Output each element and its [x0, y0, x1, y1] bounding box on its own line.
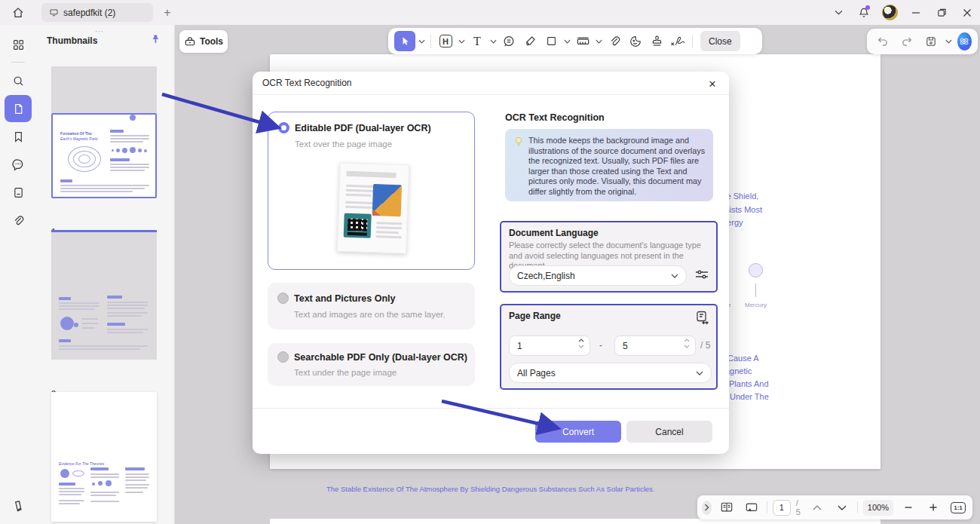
shape-tool-chevron[interactable]	[562, 39, 571, 44]
restore-button[interactable]	[929, 0, 954, 25]
measure-tool-button[interactable]	[573, 31, 593, 51]
page-to-field	[614, 336, 696, 356]
rail-item-search[interactable]	[5, 67, 32, 94]
sliders-icon	[694, 267, 710, 282]
page-mode-select[interactable]: All Pages	[509, 363, 712, 383]
current-page-input[interactable]	[773, 500, 791, 516]
convert-button[interactable]: Convert	[535, 421, 621, 443]
page-from-input[interactable]	[517, 336, 570, 355]
heading-tool-button[interactable]: H	[436, 31, 455, 51]
rail-item-attachments[interactable]	[5, 207, 32, 234]
home-button[interactable]	[8, 3, 29, 23]
toolbar-divider	[692, 35, 693, 48]
close-window-button[interactable]	[954, 0, 980, 25]
dialog-title: OCR Text Recognition	[262, 78, 352, 88]
expand-statusbar-button[interactable]	[702, 501, 712, 515]
previous-page-button[interactable]	[807, 498, 827, 518]
pin-panel-button[interactable]	[150, 34, 161, 44]
attach-tool-button[interactable]	[605, 31, 624, 51]
titlebar-chevron-down-button[interactable]	[825, 0, 851, 25]
pin-icon	[150, 34, 161, 44]
close-icon	[963, 8, 972, 17]
zoom-out-button[interactable]	[899, 498, 918, 518]
thumbnail-placeholder[interactable]	[51, 66, 157, 113]
text-tool-chevron[interactable]	[488, 39, 498, 44]
radio-unselected[interactable]	[277, 293, 289, 304]
thumbnail-page-2[interactable]	[51, 230, 157, 360]
dialog-close-button[interactable]: ✕	[705, 76, 720, 91]
tools-label: Tools	[200, 36, 223, 47]
cancel-button[interactable]: Cancel	[626, 421, 712, 443]
thumbnail-page-3[interactable]: Evidence For The Theories	[51, 392, 157, 522]
notifications-button[interactable]	[851, 0, 877, 25]
minimize-button[interactable]	[903, 0, 929, 25]
select-tool-chevron[interactable]	[417, 39, 426, 44]
actual-size-button[interactable]: 1:1	[948, 498, 968, 518]
convert-label: Convert	[562, 427, 594, 437]
option-searchable-pdf[interactable]: Searchable PDF Only (Dual-layer OCR) Tex…	[268, 343, 475, 386]
stamp-icon	[651, 35, 663, 47]
screen-icon	[745, 501, 758, 513]
thumbnails-panel: ⋯ Thumbnails Formation Of The Earth's Ma…	[36, 25, 175, 524]
document-language-section: Document Language Please correctly selec…	[500, 221, 718, 293]
page-to-stepper[interactable]	[684, 339, 690, 348]
next-page-button[interactable]	[832, 498, 852, 518]
rail-item-comments[interactable]	[5, 151, 32, 178]
zoom-in-button[interactable]	[923, 498, 943, 518]
measure-tool-chevron[interactable]	[594, 39, 603, 44]
document-tab[interactable]: safepdfkit (2)	[41, 3, 153, 22]
sticker-icon	[629, 35, 642, 48]
document-page-2-edge	[270, 519, 880, 524]
page-from-stepper[interactable]	[578, 339, 584, 348]
redo-button[interactable]	[897, 32, 917, 52]
radio-unselected[interactable]	[277, 351, 289, 363]
dialog-header: OCR Text Recognition ✕	[253, 72, 729, 95]
text-tool-button[interactable]: T	[467, 31, 487, 51]
reading-mode-button[interactable]	[717, 498, 737, 518]
highlighter-tool-button[interactable]	[520, 31, 540, 51]
rail-item-thumbnails[interactable]	[5, 95, 32, 122]
minus-icon	[904, 503, 913, 512]
user-avatar[interactable]	[882, 5, 898, 20]
annotation-toolbar: H T Close	[388, 28, 762, 54]
page-icon	[12, 103, 25, 115]
close-toolbar-button[interactable]: Close	[700, 31, 740, 51]
new-tab-button[interactable]: +	[158, 3, 176, 22]
save-button[interactable]	[921, 32, 941, 52]
radio-selected[interactable]	[278, 122, 289, 133]
doc-fragment: Under The	[730, 392, 769, 401]
rail-item-bookmarks[interactable]	[5, 123, 32, 150]
option-text-pictures-only[interactable]: Text and Pictures Only Text and images a…	[268, 283, 475, 329]
save-chevron[interactable]	[945, 39, 953, 44]
pen-mode-button[interactable]	[5, 492, 32, 519]
page-to-input[interactable]	[623, 336, 675, 355]
language-select[interactable]: Czech,English	[509, 265, 687, 286]
rail-item-pages[interactable]	[5, 179, 32, 206]
rail-item-grid[interactable]	[5, 31, 32, 58]
undo-button[interactable]	[873, 32, 893, 52]
ruler-icon	[576, 34, 590, 48]
stamp-tool-button[interactable]	[647, 31, 666, 51]
thumb1-title-line2: Earth's Magnetic Field	[60, 136, 97, 141]
book-icon	[720, 501, 733, 513]
shape-tool-button[interactable]	[541, 31, 561, 51]
signature-tool-button[interactable]	[668, 31, 688, 51]
select-tool-button[interactable]	[394, 31, 415, 51]
thumbnail-page-1[interactable]: Formation Of The Earth's Magnetic Field	[51, 113, 157, 198]
redo-icon	[901, 36, 913, 47]
option-editable-pdf[interactable]: Editable PDF (Dual-layer OCR) Text over …	[268, 112, 475, 270]
language-settings-button[interactable]	[694, 267, 710, 282]
heading-tool-chevron[interactable]	[457, 39, 466, 44]
ai-assistant-button[interactable]	[957, 32, 972, 51]
zoom-level[interactable]: 100%	[863, 500, 893, 516]
page-range-icon[interactable]	[695, 310, 709, 325]
save-icon	[925, 35, 937, 47]
heading-icon: H	[439, 35, 452, 47]
tools-button[interactable]: Tools	[179, 30, 228, 53]
comment-tool-button[interactable]	[499, 31, 519, 51]
presentation-mode-button[interactable]	[742, 498, 761, 518]
square-icon	[546, 35, 557, 47]
sticker-tool-button[interactable]	[626, 31, 645, 51]
option-subtitle: Text and images are on the same layer.	[294, 310, 446, 319]
option-subtitle: Text under the page image	[294, 368, 397, 377]
